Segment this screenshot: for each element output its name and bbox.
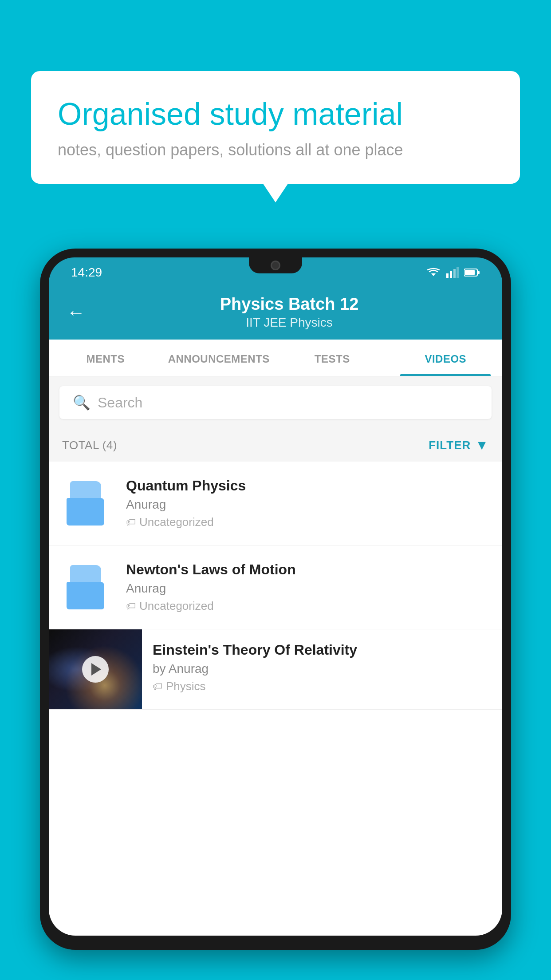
einstein-thumbnail [49,629,142,709]
filter-label: FILTER [429,439,471,452]
app-header-center: Physics Batch 12 IIT JEE Physics [94,295,484,330]
phone-outer: 14:29 [40,249,511,950]
wifi-icon [426,267,441,278]
back-button[interactable]: ← [67,302,85,323]
folder-icon [67,481,111,526]
list-item[interactable]: Quantum Physics Anurag 🏷 Uncategorized [49,462,502,545]
tag-icon: 🏷 [153,681,162,692]
list-item[interactable]: Einstein's Theory Of Relativity by Anura… [49,629,502,710]
battery-icon [464,268,480,277]
app-header-title: Physics Batch 12 [94,295,484,314]
tab-announcements[interactable]: ANNOUNCEMENTS [162,340,276,376]
video-info: Einstein's Theory Of Relativity by Anura… [142,629,502,704]
tab-ments[interactable]: MENTS [49,340,162,376]
speech-bubble-container: Organised study material notes, question… [31,71,520,184]
speech-bubble-subtitle: notes, question papers, solutions all at… [58,141,493,159]
folder-thumbnail [62,477,115,530]
search-placeholder: Search [98,395,142,411]
status-bar: 14:29 [49,257,502,283]
folder-icon [67,565,111,609]
filter-bar: TOTAL (4) FILTER ▼ [49,429,502,462]
svg-rect-4 [457,267,459,278]
svg-marker-0 [431,273,436,276]
tag-label: Uncategorized [139,515,214,529]
tag-label: Physics [166,680,206,693]
tag-icon: 🏷 [126,601,136,612]
tab-tests[interactable]: TESTS [276,340,389,376]
video-author: Anurag [126,498,489,512]
video-title: Quantum Physics [126,478,489,494]
video-tag: 🏷 Uncategorized [126,599,489,613]
speech-bubble: Organised study material notes, question… [31,71,520,184]
play-icon [91,663,101,676]
svg-rect-2 [450,271,452,278]
phone-container: 14:29 [40,249,511,980]
video-title: Newton's Laws of Motion [126,561,489,578]
tabs-bar: MENTS ANNOUNCEMENTS TESTS VIDEOS [49,340,502,376]
folder-thumbnail [62,561,115,614]
tab-videos[interactable]: VIDEOS [389,340,503,376]
speech-bubble-title: Organised study material [58,95,493,133]
video-title: Einstein's Theory Of Relativity [153,642,489,658]
total-count-label: TOTAL (4) [62,439,117,452]
phone-notch [249,257,302,273]
filter-button[interactable]: FILTER ▼ [429,438,489,453]
list-item[interactable]: Newton's Laws of Motion Anurag 🏷 Uncateg… [49,545,502,629]
status-time: 14:29 [71,265,102,280]
svg-rect-1 [446,273,449,278]
app-header-subtitle: IIT JEE Physics [94,316,484,330]
video-info: Newton's Laws of Motion Anurag 🏷 Uncateg… [126,561,489,613]
video-author: Anurag [126,581,489,596]
svg-rect-3 [453,269,456,278]
phone-camera [271,261,280,270]
svg-rect-6 [465,270,475,275]
video-author: by Anurag [153,662,489,676]
filter-icon: ▼ [475,438,489,453]
tag-label: Uncategorized [139,599,214,613]
search-bar[interactable]: 🔍 Search [59,386,492,419]
play-button[interactable] [82,656,109,683]
search-icon: 🔍 [73,394,91,411]
status-icons [426,267,480,278]
tag-icon: 🏷 [126,517,136,528]
signal-icon [446,267,459,278]
video-list: Quantum Physics Anurag 🏷 Uncategorized [49,462,502,710]
search-container: 🔍 Search [49,376,502,429]
video-info: Quantum Physics Anurag 🏷 Uncategorized [126,478,489,529]
video-tag: 🏷 Physics [153,680,489,693]
video-tag: 🏷 Uncategorized [126,515,489,529]
phone-screen: ← Physics Batch 12 IIT JEE Physics MENTS… [49,283,502,936]
svg-rect-7 [478,271,480,274]
app-header: ← Physics Batch 12 IIT JEE Physics [49,283,502,340]
